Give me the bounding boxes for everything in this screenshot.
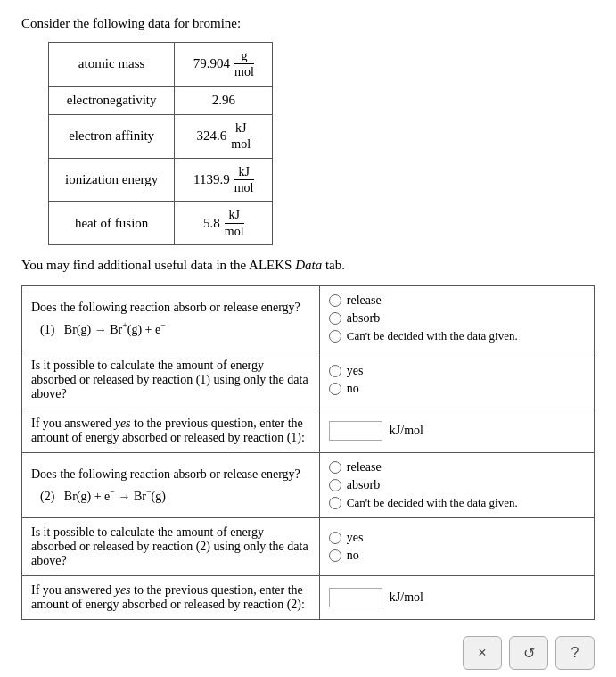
q4-option-1[interactable]: absorb (329, 478, 585, 492)
question-2-right: yesno (319, 351, 594, 409)
value-cell: 1139.9kJmol (175, 158, 273, 202)
reset-button[interactable]: ↺ (509, 636, 548, 670)
input-row: kJ/mol (329, 421, 585, 441)
value-cell: 79.904gmol (175, 43, 273, 87)
q2-option-1[interactable]: no (329, 382, 585, 396)
bottom-bar: × ↺ ? (21, 636, 595, 670)
value-cell: 324.6kJmol (175, 114, 273, 158)
q1-option-2[interactable]: Can't be decided with the data given. (329, 329, 585, 343)
q2-option-0[interactable]: yes (329, 364, 585, 378)
property-cell: ionization energy (49, 158, 175, 202)
questions-table: Does the following reaction absorb or re… (21, 285, 595, 620)
value-cell: 5.8kJmol (175, 202, 273, 245)
question-2-left: Is it possible to calculate the amount o… (22, 351, 320, 409)
q4-option-2[interactable]: Can't be decided with the data given. (329, 496, 585, 510)
q5-option-1[interactable]: no (329, 549, 585, 563)
property-cell: atomic mass (49, 43, 175, 87)
q4-option-0[interactable]: release (329, 460, 585, 475)
radio-circle (329, 294, 341, 307)
radio-circle (329, 312, 341, 325)
question-1-right: releaseabsorbCan't be decided with the d… (319, 286, 594, 351)
question-5-left: Is it possible to calculate the amount o… (22, 518, 320, 576)
radio-circle (329, 549, 341, 562)
radio-circle (329, 383, 341, 395)
radio-circle (329, 479, 341, 491)
question-6-left: If you answered yes to the previous ques… (22, 576, 320, 620)
intro-text: Consider the following data for bromine: (21, 16, 595, 31)
energy-input-6[interactable] (329, 588, 382, 607)
question-5-right: yesno (319, 518, 594, 576)
property-cell: electronegativity (49, 86, 175, 114)
radio-circle (329, 497, 341, 509)
help-button[interactable]: ? (555, 636, 595, 670)
q1-option-0[interactable]: release (329, 293, 585, 308)
radio-circle (329, 365, 341, 377)
property-cell: heat of fusion (49, 202, 175, 245)
question-6-right: kJ/mol (319, 576, 594, 620)
question-1-left: Does the following reaction absorb or re… (22, 286, 320, 351)
question-3-right: kJ/mol (319, 409, 594, 453)
data-table: atomic mass79.904gmolelectronegativity2.… (48, 42, 273, 245)
q1-option-1[interactable]: absorb (329, 311, 585, 326)
close-button[interactable]: × (463, 636, 502, 670)
unit-label-6: kJ/mol (390, 590, 423, 605)
q5-option-0[interactable]: yes (329, 531, 585, 545)
question-3-left: If you answered yes to the previous ques… (22, 409, 320, 453)
radio-circle (329, 461, 341, 474)
radio-circle (329, 532, 341, 544)
value-cell: 2.96 (175, 86, 273, 114)
radio-circle (329, 330, 341, 343)
aleks-note: You may find additional useful data in t… (21, 258, 595, 273)
question-4-left: Does the following reaction absorb or re… (22, 453, 320, 518)
input-row: kJ/mol (329, 588, 585, 607)
question-4-right: releaseabsorbCan't be decided with the d… (319, 453, 594, 518)
property-cell: electron affinity (49, 114, 175, 158)
unit-label-3: kJ/mol (390, 424, 423, 438)
energy-input-3[interactable] (329, 421, 382, 441)
